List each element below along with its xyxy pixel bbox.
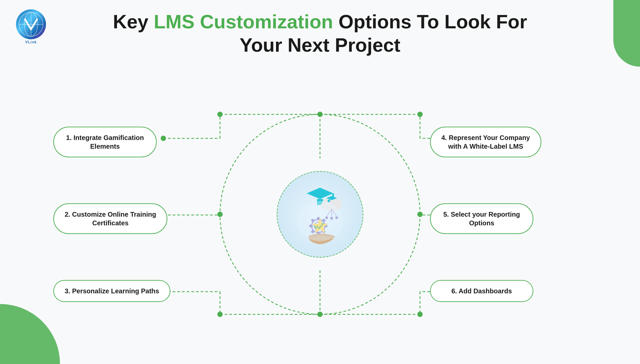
lms-icon (287, 181, 353, 248)
svg-point-22 (317, 312, 323, 317)
title-line1: Key LMS Customization Options To Look Fo… (0, 10, 640, 33)
pill-item-3-text: 3. Personalize Learning Paths (65, 287, 159, 295)
svg-point-27 (217, 312, 223, 317)
title-line2: Your Next Project (0, 33, 640, 57)
svg-rect-53 (328, 200, 330, 202)
pill-item-3: 3. Personalize Learning Paths (53, 280, 170, 302)
pill-item-5: 5. Select your ReportingOptions (430, 203, 533, 234)
pill-item-2: 2. Customize Online TrainingCertificates (53, 203, 167, 234)
pill-item-4: 4. Represent Your Companywith A White-La… (430, 127, 541, 157)
pill-item-5-text: 5. Select your ReportingOptions (441, 210, 522, 227)
svg-point-21 (317, 112, 323, 117)
title-area: Key LMS Customization Options To Look Fo… (0, 10, 640, 56)
svg-point-61 (297, 201, 343, 241)
pill-item-1-text: 1. Integrate GamificationElements (65, 133, 145, 151)
svg-point-28 (417, 312, 423, 317)
pill-item-6: 6. Add Dashboards (430, 280, 533, 302)
pill-item-6-text: 6. Add Dashboards (441, 287, 522, 295)
pill-item-2-text: 2. Customize Online TrainingCertificates (65, 210, 156, 227)
svg-point-24 (417, 212, 423, 217)
pill-item-1: 1. Integrate GamificationElements (53, 127, 157, 157)
pill-item-4-text: 4. Represent Your Companywith A White-La… (441, 133, 530, 151)
center-icon-circle (277, 171, 363, 258)
svg-point-26 (417, 112, 423, 117)
svg-point-23 (217, 212, 223, 217)
content-area: .dashed-line { stroke: #4CAF50; stroke-w… (0, 65, 640, 364)
svg-point-29 (161, 136, 166, 141)
svg-point-25 (217, 112, 223, 117)
